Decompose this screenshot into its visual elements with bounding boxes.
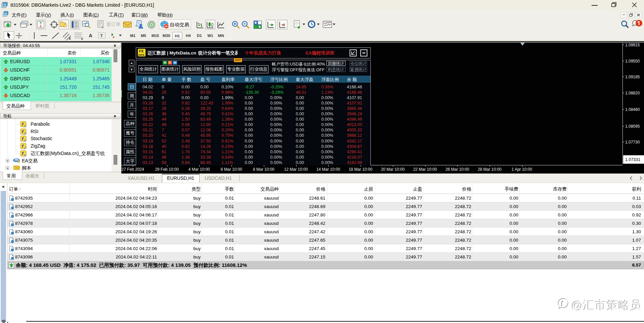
svg-text:E: E (69, 37, 71, 40)
svg-text:DATA: DATA (138, 54, 145, 56)
svg-text:F: F (81, 37, 83, 40)
svg-text:FX: FX (139, 49, 144, 53)
svg-text:T: T (100, 33, 103, 38)
